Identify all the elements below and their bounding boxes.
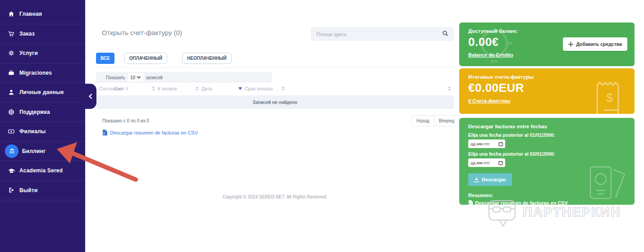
column-label: Срок оплаты bbox=[245, 86, 273, 91]
banknote-icon bbox=[7, 127, 16, 136]
sidebar-item-order[interactable]: Заказ bbox=[0, 24, 85, 44]
gears-icon bbox=[7, 49, 16, 58]
column-header-state[interactable]: Состояние bbox=[99, 86, 114, 91]
balance-card-title: Доступный баланс bbox=[468, 28, 626, 34]
sort-icon bbox=[196, 86, 199, 91]
total-invoices-card: $ Итоговые счета-фактуры €0.00EUR 0 Счет… bbox=[459, 68, 635, 114]
table-empty-row: Записей не найдено bbox=[96, 95, 454, 109]
column-header-extra[interactable] bbox=[288, 86, 454, 91]
column-header-due-date[interactable]: Срок оплаты bbox=[245, 86, 288, 91]
search-input[interactable]: Поищи здесь bbox=[311, 27, 454, 41]
sidebar-item-support[interactable]: Поддержка bbox=[0, 103, 85, 122]
date-from-label: Elija una fecha posterior al 01/01/2000: bbox=[468, 132, 626, 138]
show-entries-label-before: Показать bbox=[106, 75, 125, 80]
footer-copyright: Copyright © 2024 SERED.NET. All Rights R… bbox=[96, 194, 454, 199]
date-to-input[interactable]: дд.мм.гггг bbox=[468, 158, 505, 167]
logout-icon bbox=[7, 186, 16, 195]
briefcase-icon bbox=[7, 68, 16, 77]
search-placeholder: Поищи здесь bbox=[316, 32, 347, 37]
sidebar-item-label: Поддержка bbox=[19, 109, 50, 115]
invoices-card-title: Итоговые счета-фактуры bbox=[468, 74, 626, 80]
sidebar-item-personal-data[interactable]: Личные данные bbox=[0, 83, 85, 103]
sidebar-item-label: Academia Sered bbox=[19, 167, 63, 174]
available-balance-card: Доступный баланс 0.00€ Balance de Crédit… bbox=[459, 22, 635, 66]
date-to-label: Elija una fecha posterior al 02/01/2000: bbox=[468, 151, 626, 157]
pagination: Назад Вперед bbox=[411, 115, 459, 126]
invoices-amount: €0.00EUR bbox=[468, 81, 626, 95]
column-header-date[interactable]: Дата bbox=[201, 86, 245, 91]
show-entries-bar: Показать 10 записей bbox=[96, 72, 272, 83]
sort-desc-icon bbox=[238, 87, 242, 90]
page-size-select[interactable]: 10 bbox=[128, 73, 143, 81]
support-icon bbox=[7, 108, 16, 117]
sidebar-item-logout[interactable]: Выйти bbox=[0, 181, 85, 201]
sidebar-item-label: Биллинг bbox=[22, 148, 46, 154]
sidebar-item-label: Главная bbox=[19, 11, 42, 17]
column-label: Счет # bbox=[114, 86, 128, 91]
sidebar-item-migraciones[interactable]: Migraciones bbox=[0, 63, 85, 83]
descargar-button[interactable]: Descargar bbox=[468, 173, 512, 186]
chevron-down-icon bbox=[137, 76, 141, 79]
sidebar-collapse-button[interactable] bbox=[84, 84, 96, 109]
csv-file-icon: x bbox=[468, 200, 473, 205]
credit-balance-link[interactable]: Balance de Crédito bbox=[468, 52, 513, 58]
download-csv-link[interactable]: x Descargar resumen de facturas en CSV bbox=[102, 130, 198, 135]
download-csv-card-link[interactable]: x Descargar resumen de facturas en CSV bbox=[468, 200, 626, 205]
invoice-filters: ВСЕ ОПЛАЧЕННЫЙ НЕОПЛАЧЕННЫЙ bbox=[96, 53, 232, 64]
active-item-circle bbox=[5, 144, 18, 158]
sidebar-item-branches[interactable]: Филиалы bbox=[0, 122, 85, 142]
column-label: К оплате bbox=[158, 86, 177, 91]
plus-icon bbox=[568, 42, 573, 47]
sidebar-item-label: Филиалы bbox=[19, 128, 46, 135]
download-csv-label: Descargar resumen de facturas en CSV bbox=[110, 130, 198, 135]
sort-icon bbox=[282, 86, 285, 91]
calendar-icon bbox=[498, 142, 503, 146]
sidebar: Главная Заказ Услуги Migraciones bbox=[0, 0, 85, 252]
resumen-label: Resumen: bbox=[468, 193, 626, 198]
date-placeholder: дд.мм.гггг bbox=[470, 160, 490, 165]
partnerkin-watermark-text: ПАРТНЕРКИН bbox=[523, 205, 621, 220]
column-header-invoice-number[interactable]: Счет # bbox=[114, 86, 158, 91]
chevron-left-icon bbox=[88, 93, 93, 99]
next-page-button[interactable]: Вперед bbox=[434, 115, 459, 126]
sidebar-item-academia[interactable]: Academia Sered bbox=[0, 161, 85, 181]
sidebar-item-label: Услуги bbox=[19, 50, 38, 56]
sidebar-item-label: Заказ bbox=[19, 31, 35, 37]
download-card-title: Descargar facturas entre fechas bbox=[468, 124, 626, 129]
prev-page-button[interactable]: Назад bbox=[411, 115, 434, 126]
add-funds-label: Добавить средства bbox=[576, 41, 622, 47]
csv-file-icon: x bbox=[102, 130, 107, 135]
download-invoices-card: Descargar facturas entre fechas Elija un… bbox=[459, 118, 635, 205]
add-funds-button[interactable]: Добавить средства bbox=[563, 37, 627, 51]
cart-icon bbox=[7, 29, 16, 38]
user-icon bbox=[7, 88, 16, 97]
download-icon bbox=[474, 177, 479, 182]
pagination-summary: Показано с 0 по 0 из 0 bbox=[102, 118, 149, 123]
download-csv-card-label: Descargar resumen de facturas en CSV bbox=[475, 200, 568, 205]
sidebar-item-home[interactable]: Главная bbox=[0, 4, 85, 24]
svg-text:x: x bbox=[469, 202, 470, 205]
sidebar-item-services[interactable]: Услуги bbox=[0, 44, 85, 63]
graduation-cap-icon bbox=[7, 166, 16, 175]
sort-icon bbox=[448, 86, 451, 91]
filter-unpaid-button[interactable]: НЕОПЛАЧЕННЫЙ bbox=[182, 53, 231, 64]
sort-icon bbox=[152, 86, 155, 91]
filter-paid-button[interactable]: ОПЛАЧЕННЫЙ bbox=[124, 53, 168, 64]
search-icon bbox=[442, 30, 448, 38]
sidebar-item-label: Migraciones bbox=[19, 70, 52, 76]
filter-all-button[interactable]: ВСЕ bbox=[96, 53, 114, 64]
date-from-input[interactable]: дд.мм.гггг bbox=[468, 140, 505, 148]
column-header-amount-due[interactable]: К оплате bbox=[158, 86, 201, 91]
bank-icon bbox=[7, 147, 16, 156]
show-entries-label-after: записей bbox=[146, 75, 163, 80]
invoices-count-link[interactable]: 0 Счета-фактуры bbox=[468, 98, 511, 104]
page-title: Открыть счет-фактуру (0) bbox=[102, 29, 182, 36]
invoice-table-header: Состояние Счет # К оплате Дата Срок опла… bbox=[96, 83, 454, 94]
sidebar-item-label: Выйти bbox=[19, 187, 38, 194]
empty-text: Записей не найдено bbox=[252, 99, 297, 105]
page-size-value: 10 bbox=[130, 75, 135, 80]
sidebar-item-billing[interactable]: Биллинг bbox=[0, 142, 85, 162]
home-icon bbox=[7, 9, 16, 18]
calendar-icon bbox=[498, 161, 503, 165]
descargar-label: Descargar bbox=[482, 177, 506, 182]
